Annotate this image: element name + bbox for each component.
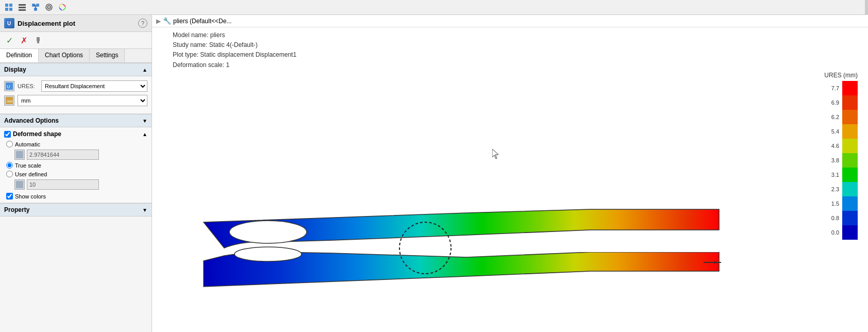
legend-row-10: 0.0 [824,225,858,240]
tree-icon[interactable] [30,2,41,13]
deformed-shape-header: Deformed shape ▲ [4,130,147,138]
component-icon: U [4,81,14,91]
pliers-svg [178,181,745,300]
unit-dropdown[interactable]: mm [18,95,147,106]
scale-icon [14,150,25,160]
user-defined-radio-row: User defined [6,171,147,177]
component-field-row: U URES: Resultant Displacement [4,80,147,92]
cancel-button[interactable]: ✗ [18,34,30,46]
legend-row-0: 7.7 [824,81,858,95]
legend-color-6 [842,168,858,182]
true-scale-radio-row: True scale [6,162,147,169]
pushpin-button[interactable] [32,34,44,46]
help-button[interactable]: ? [138,19,147,28]
display-chevron-icon: ▲ [142,67,147,73]
panel-title-bar: U Displacement plot ? [0,15,152,32]
legend-color-4 [842,139,858,153]
user-defined-label: User defined [15,171,47,177]
upper-slot [229,221,307,243]
svg-rect-19 [37,41,39,43]
svg-rect-5 [19,7,26,8]
advanced-options-label: Advanced Options [4,117,59,124]
legend-row-4: 4.6 [824,139,858,153]
automatic-scale-input[interactable]: 2.97841644 [27,150,99,160]
right-area: ▶ 🔧 pliers (Default<<De... Model name: p… [152,15,868,332]
true-scale-radio[interactable] [6,162,13,169]
legend-row-6: 3.1 [824,168,858,182]
tree-arrow-icon: ▶ [156,18,161,25]
user-defined-scale-input[interactable]: 10 [27,179,99,190]
legend-color-0 [842,81,858,95]
deformed-shape-checkbox[interactable] [4,131,11,138]
svg-rect-2 [5,8,8,11]
show-colors-row: Show colors [6,193,147,200]
tree-bar: ▶ 🔧 pliers (Default<<De... [152,15,868,27]
model-info: Model name: pliers Study name: Static 4(… [173,30,296,70]
plot-type: Plot type: Static displacement Displacem… [173,50,296,60]
deformed-shape-section: Deformed shape ▲ Automatic 2.97841644 Tr… [0,127,152,203]
unit-icon: mm [4,95,14,106]
list-icon[interactable] [16,2,28,13]
tab-definition[interactable]: Definition [0,49,39,62]
svg-rect-25 [16,151,23,158]
component-dropdown[interactable]: Resultant Displacement [41,80,147,92]
color-wheel-icon[interactable] [57,2,68,13]
legend-color-5 [842,153,858,168]
property-chevron-icon: ▼ [142,207,147,213]
user-defined-radio[interactable] [6,171,13,177]
tree-item-icon: 🔧 [163,17,171,25]
svg-rect-6 [19,9,26,11]
automatic-label: Automatic [15,141,40,147]
legend-value-0: 7.7 [824,85,839,91]
svg-rect-18 [37,37,40,41]
legend-value-4: 4.6 [824,143,839,149]
svg-text:U: U [7,21,11,26]
unit-field-row: mm mm [4,95,147,106]
tab-settings[interactable]: Settings [90,49,125,62]
legend-row-7: 2.3 [824,182,858,196]
legend-value-3: 5.4 [824,128,839,135]
left-panel: U Displacement plot ? ✓ ✗ Definition Cha… [0,15,152,332]
tab-chart-options[interactable]: Chart Options [39,49,90,62]
user-defined-scale-input-row: 10 [14,179,147,190]
legend-value-5: 3.8 [824,157,839,163]
lower-slot [235,247,302,261]
confirm-button[interactable]: ✓ [3,34,15,46]
legend-color-9 [842,211,858,225]
deformed-shape-collapse-icon[interactable]: ▲ [142,131,147,137]
legend-row-3: 5.4 [824,124,858,139]
show-colors-label: Show colors [15,193,46,200]
display-label: Display [4,66,26,73]
panel-icon: U [4,18,14,28]
grid-icon[interactable] [3,2,14,13]
legend-value-2: 6.2 [824,114,839,120]
legend-value-10: 0.0 [824,229,839,236]
advanced-options-chevron-icon: ▼ [142,118,147,124]
tree-item-label[interactable]: pliers (Default<<De... [173,18,231,25]
property-section-header[interactable]: Property ▼ [0,203,152,217]
legend-color-1 [842,95,858,110]
display-section-header[interactable]: Display ▲ [0,63,152,76]
pliers-visualization [178,181,806,301]
legend-color-8 [842,196,858,211]
legend-value-7: 2.3 [824,186,839,192]
legend-value-1: 6.9 [824,99,839,106]
model-name: Model name: pliers [173,30,296,40]
toolbar [0,0,868,15]
color-legend: URES (mm) 7.7 6.9 6.2 5.4 4.6 [824,72,858,240]
legend-color-7 [842,182,858,196]
svg-text:mm: mm [7,99,13,104]
automatic-radio[interactable] [6,141,13,147]
component-label: URES: [18,83,38,89]
true-scale-label: True scale [15,162,41,169]
show-colors-checkbox[interactable] [6,193,13,200]
svg-rect-26 [16,181,23,188]
target-icon[interactable] [43,2,55,13]
automatic-radio-row: Automatic [6,141,147,147]
legend-title: URES (mm) [824,72,858,79]
svg-text:U: U [7,84,10,89]
legend-row-9: 0.8 [824,211,858,225]
advanced-options-header[interactable]: Advanced Options ▼ [0,114,152,127]
cursor [492,149,498,155]
legend-color-2 [842,110,858,124]
